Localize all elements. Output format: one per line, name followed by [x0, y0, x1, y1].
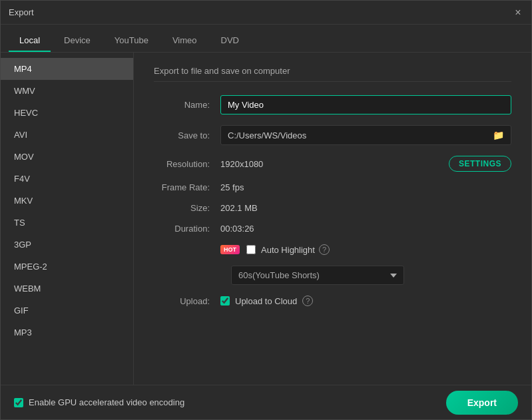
- bottom-bar: Enable GPU accelerated video encoding Ex…: [1, 385, 531, 419]
- section-title: Export to file and save on computer: [154, 66, 511, 82]
- frame-rate-control: 25 fps: [220, 182, 511, 192]
- save-to-control: C:/Users/WS/Videos 📁: [220, 125, 511, 145]
- format-sidebar: MP4 WMV HEVC AVI MOV F4V MKV TS 3GP MPEG…: [1, 53, 134, 385]
- sidebar-item-mkv[interactable]: MKV: [1, 190, 133, 212]
- sidebar-item-3gp[interactable]: 3GP: [1, 234, 133, 256]
- upload-cloud-checkbox[interactable]: [220, 296, 230, 306]
- upload-info-icon[interactable]: ?: [302, 296, 313, 306]
- content-area: MP4 WMV HEVC AVI MOV F4V MKV TS 3GP MPEG…: [1, 53, 531, 385]
- gpu-label[interactable]: Enable GPU accelerated video encoding: [14, 397, 184, 407]
- sidebar-item-mp4[interactable]: MP4: [1, 58, 133, 80]
- resolution-row: Resolution: 1920x1080 SETTINGS: [154, 156, 511, 172]
- export-button[interactable]: Export: [446, 391, 518, 415]
- upload-inner: Upload to Cloud ?: [220, 296, 511, 306]
- duration-label: Duration:: [154, 224, 220, 234]
- frame-rate-value: 25 fps: [220, 182, 244, 192]
- size-label: Size:: [154, 203, 220, 213]
- sidebar-item-mov[interactable]: MOV: [1, 146, 133, 168]
- settings-button[interactable]: SETTINGS: [449, 156, 511, 172]
- main-panel: Export to file and save on computer Name…: [134, 53, 531, 385]
- sidebar-item-ts[interactable]: TS: [1, 212, 133, 234]
- size-control: 202.1 MB: [220, 203, 511, 213]
- window-title: Export: [9, 7, 34, 17]
- save-to-row: Save to: C:/Users/WS/Videos 📁: [154, 125, 511, 145]
- duration-value: 00:03:26: [220, 224, 254, 234]
- path-row[interactable]: C:/Users/WS/Videos 📁: [220, 125, 511, 145]
- name-input[interactable]: [220, 95, 511, 114]
- tab-youtube[interactable]: YouTube: [104, 30, 159, 52]
- tab-bar: Local Device YouTube Vimeo DVD: [1, 25, 531, 53]
- tab-local[interactable]: Local: [9, 30, 51, 52]
- folder-icon[interactable]: 📁: [493, 130, 504, 140]
- sidebar-item-webm[interactable]: WEBM: [1, 278, 133, 300]
- resolution-control: 1920x1080 SETTINGS: [220, 156, 511, 172]
- upload-cloud-text: Upload to Cloud: [235, 296, 297, 306]
- highlight-inner: HOT Auto Highlight ?: [220, 244, 511, 255]
- name-row: Name:: [154, 95, 511, 114]
- save-path: C:/Users/WS/Videos: [228, 130, 493, 140]
- tab-dvd[interactable]: DVD: [210, 30, 250, 52]
- upload-row: Upload: Upload to Cloud ?: [154, 296, 511, 306]
- auto-highlight-info-icon[interactable]: ?: [319, 244, 330, 255]
- sidebar-item-avi[interactable]: AVI: [1, 124, 133, 146]
- size-value: 202.1 MB: [220, 203, 258, 213]
- frame-rate-row: Frame Rate: 25 fps: [154, 182, 511, 192]
- duration-control: 00:03:26: [220, 224, 511, 234]
- sidebar-item-hevc[interactable]: HEVC: [1, 102, 133, 124]
- resolution-value: 1920x1080: [220, 159, 449, 169]
- duration-row: Duration: 00:03:26: [154, 224, 511, 234]
- export-window: Export × Local Device YouTube Vimeo DVD …: [0, 0, 532, 420]
- title-bar: Export ×: [1, 1, 531, 25]
- name-control: [220, 95, 511, 114]
- highlight-duration-dropdown[interactable]: 60s(YouTube Shorts) 30s 15s Custom: [231, 266, 404, 285]
- sidebar-item-wmv[interactable]: WMV: [1, 80, 133, 102]
- close-button[interactable]: ×: [513, 7, 523, 18]
- upload-label: Upload:: [154, 296, 220, 306]
- auto-highlight-text: Auto Highlight: [261, 245, 315, 255]
- highlight-dropdown-row: 60s(YouTube Shorts) 30s 15s Custom: [231, 266, 511, 285]
- upload-control: Upload to Cloud ?: [220, 296, 511, 306]
- tab-vimeo[interactable]: Vimeo: [162, 30, 208, 52]
- sidebar-item-mp3[interactable]: MP3: [1, 321, 133, 343]
- sidebar-item-mpeg2[interactable]: MPEG-2: [1, 256, 133, 278]
- sidebar-item-gif[interactable]: GIF: [1, 300, 133, 321]
- gpu-checkbox[interactable]: [14, 398, 23, 407]
- sidebar-item-f4v[interactable]: F4V: [1, 168, 133, 190]
- gpu-text: Enable GPU accelerated video encoding: [29, 397, 184, 407]
- hot-badge: HOT: [220, 245, 240, 254]
- auto-highlight-checkbox[interactable]: [246, 245, 256, 254]
- frame-rate-label: Frame Rate:: [154, 182, 220, 192]
- highlight-control: HOT Auto Highlight ?: [220, 244, 511, 255]
- resolution-label: Resolution:: [154, 159, 220, 169]
- tab-device[interactable]: Device: [53, 30, 101, 52]
- name-label: Name:: [154, 100, 220, 110]
- auto-highlight-label[interactable]: Auto Highlight: [246, 245, 315, 255]
- size-row: Size: 202.1 MB: [154, 203, 511, 213]
- save-to-label: Save to:: [154, 130, 220, 140]
- resolution-display: 1920x1080 SETTINGS: [220, 156, 511, 172]
- auto-highlight-row: HOT Auto Highlight ?: [154, 244, 511, 255]
- upload-cloud-label[interactable]: Upload to Cloud: [220, 296, 297, 306]
